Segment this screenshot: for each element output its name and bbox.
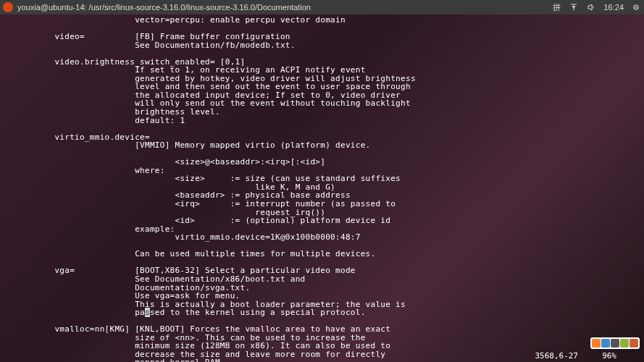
window-title: youxia@ubuntu-14: /usr/src/linux-source-…	[17, 3, 311, 12]
clock[interactable]: 16:24	[603, 3, 624, 12]
terminal-content[interactable]: vector=percpu: enable percpu vector doma…	[0, 14, 644, 362]
topbar-right: 拼 16:24	[551, 2, 641, 12]
widget-box-5	[630, 339, 638, 348]
scroll-percent: 96%	[602, 351, 616, 361]
widget-box-1	[592, 339, 601, 348]
volume-icon[interactable]	[586, 2, 596, 12]
widget-box-3	[611, 339, 619, 348]
widget-box-2	[601, 339, 610, 348]
network-icon[interactable]	[569, 2, 579, 12]
topbar-left: youxia@ubuntu-14: /usr/src/linux-source-…	[3, 2, 311, 12]
cursor-position: 3568,6-27	[535, 351, 578, 361]
ubuntu-logo-icon[interactable]	[3, 2, 13, 12]
gear-icon[interactable]	[631, 2, 641, 12]
topbar: youxia@ubuntu-14: /usr/src/linux-source-…	[0, 0, 644, 14]
vim-status-line: 3568,6-27 96%	[535, 351, 616, 361]
language-icon[interactable]: 拼	[551, 2, 561, 12]
widget-box-4	[620, 339, 629, 348]
input-method-widget[interactable]	[590, 337, 640, 349]
svg-point-1	[635, 7, 637, 8]
